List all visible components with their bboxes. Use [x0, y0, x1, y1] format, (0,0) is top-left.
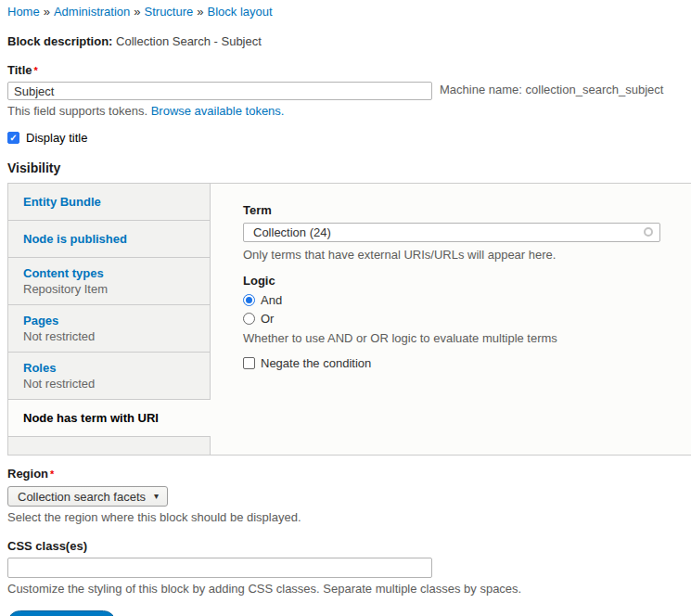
- negate-condition-checkbox[interactable]: ✓: [243, 357, 255, 369]
- visibility-tab-pane: Term Only terms that have external URIs/…: [211, 184, 691, 455]
- required-marker: *: [50, 468, 54, 480]
- breadcrumb-link-structure[interactable]: Structure: [145, 5, 194, 19]
- css-classes-description: Customize the styling of this block by a…: [7, 582, 691, 596]
- display-title-row: ✓ Display title: [7, 131, 691, 145]
- display-title-checkbox[interactable]: ✓: [7, 132, 19, 144]
- logic-description: Whether to use AND or OR logic to evalua…: [243, 331, 691, 345]
- css-classes-label: CSS class(es): [7, 539, 691, 554]
- and-radio[interactable]: [243, 294, 255, 306]
- or-radio[interactable]: [243, 313, 255, 325]
- negate-condition-label: Negate the condition: [261, 356, 371, 370]
- term-label: Term: [243, 203, 691, 218]
- breadcrumb-link-home[interactable]: Home: [7, 5, 40, 19]
- region-select[interactable]: Collection search facets ▾: [7, 486, 168, 507]
- breadcrumb: Home»Administration»Structure»Block layo…: [7, 4, 691, 19]
- term-autocomplete-input[interactable]: [243, 223, 660, 242]
- tabs-menu-filler: [8, 437, 211, 455]
- breadcrumb-link-administration[interactable]: Administration: [54, 5, 130, 19]
- visibility-heading: Visibility: [7, 160, 691, 175]
- machine-name: Machine name: collection_search_subject: [440, 83, 663, 96]
- tab-roles[interactable]: Roles Not restricted: [8, 353, 211, 400]
- tab-pages[interactable]: Pages Not restricted: [8, 305, 211, 353]
- tab-summary: Repository Item: [23, 281, 195, 297]
- autocomplete-icon: [644, 227, 653, 237]
- breadcrumb-separator: »: [44, 5, 50, 19]
- required-marker: *: [34, 65, 38, 76]
- browse-tokens-link[interactable]: Browse available tokens.: [151, 104, 285, 118]
- radio-dot-icon: [246, 297, 252, 303]
- visibility-tabs-menu: Entity Bundle Node is published Content …: [8, 184, 211, 455]
- tab-content-types[interactable]: Content types Repository Item: [8, 258, 211, 305]
- title-input[interactable]: [7, 82, 432, 100]
- tab-summary: Not restricted: [23, 376, 195, 391]
- term-description: Only terms that have external URIs/URLs …: [243, 248, 691, 262]
- and-radio-label: And: [261, 293, 282, 307]
- negate-condition-row: ✓ Negate the condition: [243, 356, 691, 370]
- breadcrumb-separator: »: [197, 5, 203, 19]
- logic-option-or: Or: [243, 312, 691, 326]
- breadcrumb-separator: »: [134, 5, 140, 19]
- region-label: Region*: [7, 467, 691, 481]
- breadcrumb-link-block-layout[interactable]: Block layout: [208, 5, 273, 19]
- title-label: Title*: [7, 63, 691, 78]
- css-classes-input[interactable]: [7, 558, 432, 578]
- or-radio-label: Or: [261, 312, 274, 326]
- region-select-value: Collection search facets: [18, 490, 146, 504]
- block-description-value: Collection Search - Subject: [116, 34, 262, 48]
- logic-label: Logic: [243, 274, 691, 289]
- tab-node-is-published[interactable]: Node is published: [8, 221, 211, 258]
- tab-node-has-term-with-uri[interactable]: Node has term with URI: [8, 400, 211, 437]
- logic-option-and: And: [243, 293, 691, 307]
- region-description: Select the region where this block shoul…: [7, 510, 691, 524]
- block-description: Block description: Collection Search - S…: [7, 34, 691, 48]
- tab-entity-bundle[interactable]: Entity Bundle: [8, 184, 211, 221]
- form-actions: Save block Remove block: [7, 610, 691, 616]
- block-description-label: Block description:: [7, 34, 112, 48]
- checkmark-icon: ✓: [9, 134, 17, 143]
- chevron-down-icon: ▾: [154, 492, 159, 501]
- title-help: This field supports tokens. Browse avail…: [7, 104, 691, 118]
- tab-summary: Not restricted: [23, 328, 195, 344]
- save-block-button[interactable]: Save block: [7, 610, 116, 616]
- visibility-vertical-tabs: Entity Bundle Node is published Content …: [7, 183, 691, 456]
- display-title-label: Display title: [26, 131, 87, 145]
